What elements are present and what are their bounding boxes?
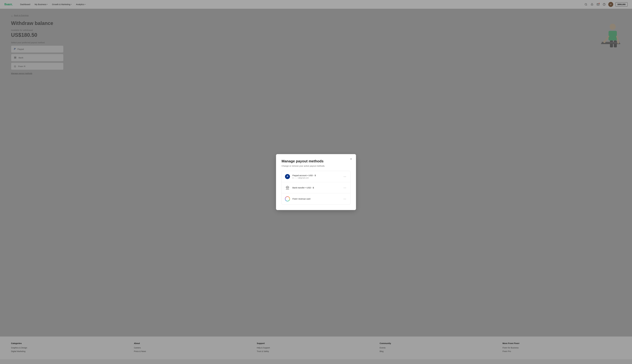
paypal-method-icon: P <box>285 174 290 179</box>
paypal-logo-icon: P <box>285 174 290 179</box>
modal-overlay[interactable]: Manage payout methods Change or remove y… <box>0 0 632 364</box>
modal-subtitle: Change or remove your active payout meth… <box>281 165 351 167</box>
paypal-method-info: Paypal account • USD - $ n·········v@gma… <box>292 174 342 179</box>
bank-more-button[interactable]: ⋯ <box>342 186 347 190</box>
modal-title: Manage payout methods <box>281 159 351 163</box>
bank-method-row: Bank transfer • USD - $ ⋯ <box>282 182 350 193</box>
bank-method-icon <box>285 185 290 190</box>
paypal-method-email: n·········v@gmail.com <box>292 177 342 179</box>
paypal-more-button[interactable]: ⋯ <box>342 174 347 179</box>
paypal-method-row: P Paypal account • USD - $ n·········v@g… <box>282 171 350 182</box>
fiverr-revenue-card-icon <box>285 196 290 201</box>
bank-method-name: Bank transfer • USD - $ <box>292 186 342 189</box>
modal: Manage payout methods Change or remove y… <box>276 154 356 210</box>
fiverr-card-method-name: Fiverr revenue card <box>292 198 342 200</box>
svg-marker-18 <box>286 186 289 187</box>
modal-close-button[interactable]: × <box>349 157 353 161</box>
fiverr-card-more-button[interactable]: ⋯ <box>342 197 347 201</box>
fiverr-card-method-row: Fiverr revenue card ⋯ <box>282 193 350 204</box>
paypal-method-name: Paypal account • USD - $ <box>292 174 342 176</box>
bank-building-icon <box>285 185 290 190</box>
method-list: P Paypal account • USD - $ n·········v@g… <box>281 171 351 204</box>
fiverr-card-method-info: Fiverr revenue card <box>292 198 342 200</box>
bank-method-info: Bank transfer • USD - $ <box>292 186 342 189</box>
fiverr-card-method-icon <box>285 196 290 202</box>
